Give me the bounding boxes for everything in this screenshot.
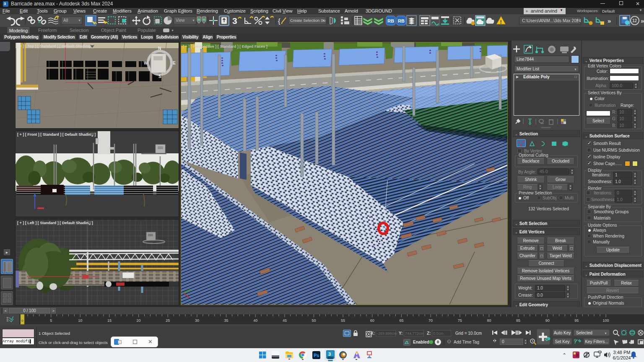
svg-text:5: 5 [50, 318, 52, 323]
svg-text:100: 100 [602, 318, 609, 323]
svg-text:12: 12 [632, 18, 637, 23]
svg-text:0: 0 [21, 319, 23, 323]
svg-text:15: 15 [107, 318, 112, 323]
svg-text:20: 20 [137, 318, 141, 323]
svg-text:30: 30 [195, 318, 199, 323]
svg-text:All: All [63, 18, 68, 23]
svg-text:S: S [158, 74, 161, 79]
svg-text:View: View [176, 18, 185, 23]
svg-text:6/1/2024: 6/1/2024 [613, 355, 631, 360]
svg-text:80: 80 [487, 318, 491, 323]
svg-text:▼: ▼ [78, 19, 81, 22]
svg-text:75: 75 [458, 318, 462, 323]
svg-text:35: 35 [224, 318, 228, 323]
svg-text:▼: ▼ [576, 19, 579, 22]
svg-text:C:\Users\ANIM...\3ds Max 2024: C:\Users\ANIM...\3ds Max 2024 [522, 18, 581, 23]
svg-text:85: 85 [516, 318, 520, 323]
svg-text:95: 95 [574, 318, 579, 323]
svg-text:65: 65 [399, 318, 403, 323]
svg-text:!: ! [500, 19, 502, 25]
svg-text:[ + ] [ Left ] [ Standard ] [: [ + ] [ Left ] [ Standard ] [ Default Sh… [17, 221, 93, 225]
svg-text:10: 10 [78, 318, 82, 323]
svg-text:E: E [173, 61, 176, 65]
svg-text:45: 45 [283, 318, 287, 323]
svg-text:[ + ] [ Top ] [ Standard ] [ D: [ + ] [ Top ] [ Standard ] [ Default Sha… [17, 44, 93, 48]
svg-text:▼: ▼ [322, 19, 325, 22]
svg-text:»: » [608, 17, 611, 24]
svg-text:Ps: Ps [314, 353, 319, 358]
svg-text:{: { [278, 17, 280, 25]
svg-text:3: 3 [232, 16, 237, 26]
svg-text:40: 40 [253, 318, 257, 323]
svg-text:RB: RB [387, 18, 394, 23]
svg-text:90: 90 [545, 318, 550, 323]
svg-text:3: 3 [328, 352, 331, 357]
svg-text:50: 50 [312, 318, 316, 323]
svg-text:»: » [641, 17, 644, 24]
svg-text:Create Selection Se: Create Selection Se [290, 18, 326, 23]
svg-text:[ + ] [ Front ] [ Standard ] [: [ + ] [ Front ] [ Standard ] [ Default S… [17, 132, 96, 137]
svg-text:60: 60 [370, 318, 374, 323]
svg-text:W: W [144, 61, 148, 65]
svg-text:▼: ▼ [192, 19, 195, 22]
svg-text:25: 25 [166, 318, 170, 323]
svg-text:[ + ] [ Perspective ] [ Standa: [ + ] [ Perspective ] [ Standard ] [ Edg… [183, 44, 267, 49]
svg-text:55: 55 [341, 318, 345, 323]
svg-text:RB: RB [398, 18, 405, 23]
svg-text:⌃: ⌃ [562, 352, 566, 358]
svg-text:3:48 PM: 3:48 PM [613, 350, 631, 355]
svg-text:N: N [158, 46, 161, 51]
svg-text:70: 70 [428, 318, 433, 323]
